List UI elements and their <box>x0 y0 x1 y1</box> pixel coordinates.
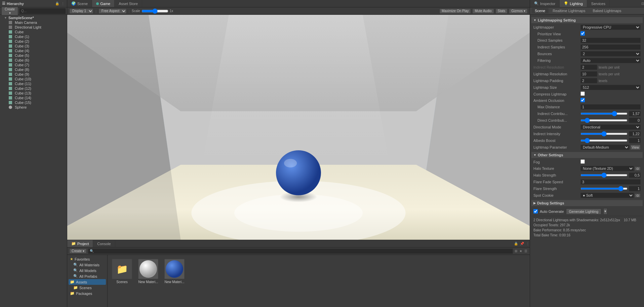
compress-lightmap-checkbox[interactable] <box>580 91 585 96</box>
hierarchy-item-cube12[interactable]: Cube (12) <box>0 86 67 91</box>
asset-item-material2[interactable]: New Materi... <box>163 258 186 285</box>
hierarchy-create-btn[interactable]: Create ▾ <box>1 7 18 15</box>
lightmap-resolution-input[interactable] <box>580 71 597 77</box>
assets-filter2-btn[interactable]: ★ <box>519 249 523 253</box>
maximize-on-play-btn[interactable]: Maximize On Play <box>439 8 471 14</box>
sidebar-item-favorites[interactable]: ★ Favorites <box>69 256 106 262</box>
hierarchy-item-cube2[interactable]: Cube (2) <box>0 39 67 44</box>
bottom-panel-lock-btn[interactable]: 🔒 <box>514 240 518 247</box>
sidebar-item-assets[interactable]: 📁 Assets <box>69 279 106 285</box>
direct-samples-input[interactable] <box>580 38 641 43</box>
scale-slider-input[interactable] <box>142 10 168 12</box>
lightmap-size-select[interactable]: 512 <box>580 85 641 90</box>
tab-lighting[interactable]: 💡 Lighting <box>560 0 587 7</box>
aspect-select[interactable]: Free Aspect <box>98 8 127 14</box>
albedo-boost-val[interactable] <box>629 138 641 143</box>
hierarchy-item-cube13[interactable]: Cube (13) <box>0 91 67 95</box>
spot-cookie-dot-btn[interactable]: ⊙ <box>635 193 641 198</box>
lighting-subtab-scene[interactable]: Scene <box>531 8 549 13</box>
assets-search-input[interactable] <box>88 248 513 254</box>
indirect-intensity-val[interactable] <box>629 131 641 137</box>
direct-contrib-slider[interactable] <box>580 119 628 121</box>
generate-lighting-dropdown-btn[interactable]: ▾ <box>603 208 607 215</box>
mute-audio-btn[interactable]: Mute Audio <box>472 8 494 14</box>
lightmap-parameter-select[interactable]: Default-Medium <box>580 145 630 150</box>
hierarchy-item-samplescene[interactable]: ▼ SampleScene* <box>0 15 67 20</box>
flare-strength-val[interactable] <box>629 186 641 191</box>
sidebar-item-packages[interactable]: 📁 Packages <box>69 291 106 296</box>
hierarchy-item-dirlight[interactable]: Directional Light <box>0 25 67 30</box>
hierarchy-search-input[interactable] <box>19 8 66 14</box>
gizmos-btn[interactable]: Gizmos ▾ <box>509 8 528 14</box>
flare-strength-slider[interactable] <box>580 188 628 190</box>
tab-scene[interactable]: 🌍 Scene <box>67 0 92 7</box>
halo-strength-val[interactable] <box>629 172 641 178</box>
lighting-subtab-baked[interactable]: Baked Lightmaps <box>589 8 625 13</box>
hierarchy-item-cube5[interactable]: Cube (5) <box>0 53 67 58</box>
hierarchy-item-cube4[interactable]: Cube (4) <box>0 48 67 53</box>
assets-filter1-btn[interactable]: ⊞ <box>514 249 518 253</box>
hierarchy-item-sphere[interactable]: Sphere <box>0 105 67 110</box>
lightmap-parameter-view-btn[interactable]: View <box>630 145 641 150</box>
direct-contrib-val[interactable] <box>629 118 641 123</box>
prioritize-view-checkbox[interactable] <box>580 31 585 36</box>
stats-btn[interactable]: Stats <box>495 8 508 14</box>
tab-game[interactable]: Game <box>92 0 115 7</box>
lightmap-padding-input[interactable] <box>580 78 597 83</box>
auto-generate-checkbox[interactable] <box>533 209 538 214</box>
asset-item-material1[interactable]: New Materi... <box>136 258 160 285</box>
halo-texture-select[interactable]: None (Texture 2D) <box>580 166 634 171</box>
halo-texture-dot-btn[interactable]: ⊙ <box>635 166 641 171</box>
right-panel-maximize-btn[interactable]: ⊡ <box>641 0 644 7</box>
indirect-contrib-slider[interactable] <box>580 113 628 115</box>
lightmapping-section-header[interactable]: ▼ Lightmapping Setting <box>531 17 643 23</box>
hierarchy-item-cube1[interactable]: Cube (1) <box>0 34 67 39</box>
hierarchy-item-cube8[interactable]: Cube (8) <box>0 67 67 72</box>
asset-item-scenes-folder[interactable]: 📁Scenes <box>110 258 134 285</box>
hierarchy-lock-btn[interactable]: 🔒 <box>55 1 59 6</box>
sidebar-item-allprefabs[interactable]: 🔍 All Prefabs <box>69 273 106 279</box>
assets-create-btn[interactable]: Create ▾ <box>69 248 87 254</box>
hierarchy-item-cube11[interactable]: Cube (11) <box>0 81 67 86</box>
ambient-occlusion-checkbox[interactable] <box>580 98 585 102</box>
indirect-contrib-val[interactable] <box>629 111 641 116</box>
debug-settings-section-header[interactable]: ▶ Debug Settings <box>531 200 643 206</box>
tab-project[interactable]: 📁 Project <box>67 240 93 247</box>
indirect-intensity-slider[interactable] <box>580 133 628 135</box>
hierarchy-item-cube7[interactable]: Cube (7) <box>0 63 67 67</box>
albedo-boost-slider[interactable] <box>580 140 628 142</box>
directional-mode-select[interactable]: Directional <box>580 124 641 130</box>
tab-assetstore[interactable]: Asset Store <box>115 0 142 7</box>
indirect-samples-input[interactable] <box>580 44 641 50</box>
fog-checkbox[interactable] <box>580 159 585 164</box>
sidebar-item-allmaterials[interactable]: 🔍 All Materials <box>69 262 106 268</box>
tab-services[interactable]: Services <box>587 0 610 7</box>
bottom-panel-menu-btn[interactable]: ⋮ <box>526 240 530 247</box>
tab-console[interactable]: Console <box>93 240 115 247</box>
hierarchy-item-cube3[interactable]: Cube (3) <box>0 44 67 48</box>
indirect-resolution-input[interactable] <box>580 65 597 70</box>
bounces-select[interactable]: 2 <box>580 51 641 56</box>
other-settings-section-header[interactable]: ▼ Other Settings <box>531 152 643 158</box>
hierarchy-item-cube14[interactable]: Cube (14) <box>0 95 67 100</box>
lightmapper-select[interactable]: Progressive CPU <box>580 25 641 30</box>
flare-fade-speed-input[interactable] <box>580 179 641 185</box>
tab-inspector[interactable]: 🔍 Inspector <box>530 0 560 7</box>
hierarchy-item-cube9[interactable]: Cube (9) <box>0 72 67 77</box>
hierarchy-item-cube6[interactable]: Cube (6) <box>0 58 67 63</box>
lighting-subtab-realtime[interactable]: Realtime Lightmaps <box>549 8 589 13</box>
hierarchy-menu-btn[interactable]: ⋮ <box>61 1 65 6</box>
hierarchy-item-cube[interactable]: Cube <box>0 30 67 34</box>
sidebar-item-scenes[interactable]: 📁 Scenes <box>69 285 106 291</box>
spot-cookie-select[interactable]: ● Soft <box>580 193 634 198</box>
display-select[interactable]: Display 1 <box>69 8 93 14</box>
assets-filter3-btn[interactable]: ☰ <box>524 249 528 253</box>
hierarchy-item-cube10[interactable]: Cube (10) <box>0 77 67 81</box>
sidebar-item-allmodels[interactable]: 🔍 All Models <box>69 268 106 273</box>
bottom-panel-pin-btn[interactable]: 📌 <box>520 240 524 247</box>
hierarchy-item-cube15[interactable]: Cube (15) <box>0 100 67 105</box>
filtering-select[interactable]: Auto <box>580 58 641 63</box>
game-viewport[interactable] <box>67 15 530 240</box>
hierarchy-item-maincamera[interactable]: Main Camera <box>0 20 67 25</box>
generate-lighting-btn[interactable]: Generate Lighting <box>566 208 601 215</box>
